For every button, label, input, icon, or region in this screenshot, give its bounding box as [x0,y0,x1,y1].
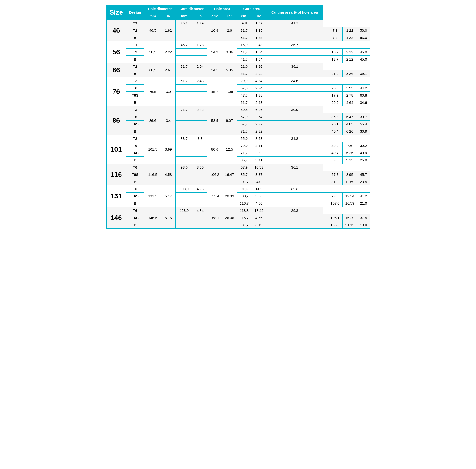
hole-area-in2-header: in² [222,13,237,20]
hole-dia-in-cell [193,49,207,56]
core-area-cm2-cell: 17,9 [328,92,342,99]
core-area-in2-cell: 2.12 [343,49,357,56]
hole-dia-in-cell [193,142,207,149]
core-area-in2-cell: 8.53 [252,135,266,142]
size-cell: 131 [106,185,126,207]
core-area-cm2-cell: 59,0 [328,157,342,164]
core-area-in2-cell: 16.59 [343,200,357,207]
hole-area-in2-cell [323,214,328,221]
hole-dia-mm-cell [176,221,193,229]
core-dia-in-cell: 3.37 [252,171,266,178]
col-design-header: Design [126,5,144,20]
hole-area-in2-cell: 16.47 [222,164,237,185]
core-area-in2-cell: 12.34 [343,193,357,200]
core-dia-mm-cell: 51,7 [176,63,193,70]
design-cell: T6 [126,207,144,214]
hole-area-cm2-cell [266,142,323,149]
design-cell: T2 [126,63,144,70]
core-area-in2-cell: 10.53 [252,164,266,171]
hole-dia-mm-header: mm [144,13,161,20]
design-cell: TT [126,20,144,27]
core-area-in2-cell: 6.26 [343,128,357,135]
col-core-area-header: Core area [237,5,266,13]
design-cell: B [126,157,144,164]
hole-dia-mm-cell: 101,5 [144,135,161,164]
core-dia-mm-cell: 67,0 [237,113,252,120]
core-dia-mm-cell: 123,0 [176,207,193,214]
core-dia-mm-header: mm [176,13,193,20]
hole-area-in2-cell [323,142,328,149]
hole-area-cm2-cell [266,120,323,128]
hole-dia-in-cell [193,120,207,128]
core-dia-in-cell: 1.78 [193,41,207,49]
core-dia-in-cell: 2.64 [252,113,266,120]
design-cell: B [126,200,144,207]
core-dia-in-header: in [193,13,207,20]
hole-dia-in-cell [193,193,207,200]
hole-area-in2-cell [323,193,328,200]
core-area-cm2-cell: 29,9 [328,99,342,106]
hole-area-in2-cell [323,34,328,41]
hole-dia-in-cell [193,113,207,120]
core-dia-mm-cell: 45,2 [176,41,193,49]
core-area-in2-cell: 18.42 [252,207,266,214]
hole-area-in2-cell: 26.06 [222,207,237,229]
core-dia-mm-cell: 31,7 [237,27,252,34]
design-cell: B [126,56,144,63]
core-dia-mm-cell: 100,7 [237,193,252,200]
core-dia-mm-cell: 85,7 [237,171,252,178]
hole-dia-in-cell [193,221,207,229]
cutting-pct-cell: 49.9 [357,149,370,157]
design-cell: T6S [126,171,144,178]
core-area-cm2-header: cm² [237,13,252,20]
hole-area-cm2-cell [266,27,323,34]
design-cell: T2 [126,77,144,84]
hole-dia-mm-cell [176,214,193,221]
core-area-in2-cell: 5.47 [343,113,357,120]
hole-area-cm2-cell [266,70,323,77]
core-area-cm2-cell: 40,4 [328,128,342,135]
hole-area-cm2-cell: 58,5 [207,106,222,135]
hole-dia-mm-cell [176,142,193,149]
core-dia-in-cell: 3.3 [193,135,207,142]
core-area-in2-cell: 2.48 [252,41,266,49]
hole-dia-in-cell: 2.22 [161,41,176,63]
header-row-1: Size Design Hole diameter Core diameter … [106,5,370,13]
core-dia-in-cell: 4.56 [252,214,266,221]
core-dia-in-cell: 2.04 [252,70,266,77]
table-row: 131T6131,55.17108,04.25135,420.9991,614.… [106,185,370,193]
core-area-in2-cell: 2.78 [343,92,357,99]
hole-area-cm2-cell: 34,5 [207,63,222,77]
cutting-pct-cell: 45.0 [357,56,370,63]
hole-area-cm2-cell [266,157,323,164]
cutting-pct-cell: 34.6 [266,77,323,84]
design-cell: B [126,178,144,185]
hole-area-in2-cell [323,120,328,128]
core-area-cm2-cell: 16,0 [237,41,252,49]
col-cutting-area-header: Cutting area % of hole area [266,5,323,20]
core-area-cm2-cell: 21,0 [237,63,252,70]
hole-dia-mm-cell [176,120,193,128]
hole-dia-mm-cell [176,84,193,92]
design-cell: T6S [126,214,144,221]
hole-dia-in-cell: 5.17 [161,185,176,207]
core-area-in2-cell: 1.52 [252,20,266,27]
hole-area-cm2-cell [266,56,323,63]
hole-area-in2-cell [323,113,328,120]
cutting-pct-cell: 53.0 [357,27,370,34]
core-area-in2-cell: 4.64 [343,99,357,106]
hole-dia-mm-cell: 46,5 [144,20,161,41]
core-dia-mm-cell: 86,7 [237,157,252,164]
core-area-in2-cell: 12.59 [343,178,357,185]
core-dia-mm-cell: 79,0 [237,142,252,149]
size-cell: 66 [106,63,126,77]
hole-area-in2-cell [323,99,328,106]
core-dia-in-cell: 5.19 [252,221,266,229]
hole-dia-in-cell: 4.58 [161,164,176,185]
core-dia-mm-cell: 101,7 [237,178,252,185]
hole-area-cm2-cell [266,178,323,185]
core-area-cm2-cell: 49,0 [328,142,342,149]
design-cell: B [126,34,144,41]
core-area-cm2-cell: 40,4 [328,149,342,157]
cutting-pct-cell: 36.1 [266,164,323,171]
